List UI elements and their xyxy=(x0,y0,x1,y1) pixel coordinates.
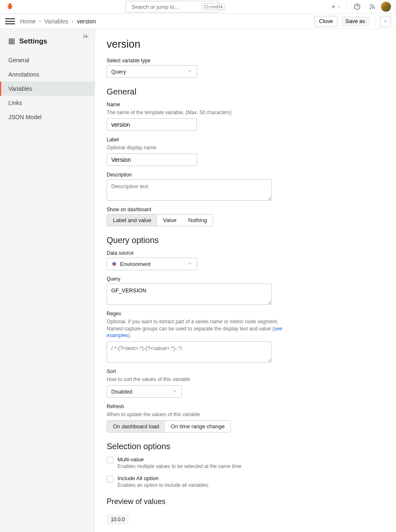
datasource-label: Data source xyxy=(107,250,384,256)
variable-type-select[interactable]: Query xyxy=(107,65,197,78)
refresh-label: Refresh xyxy=(107,404,384,409)
description-input[interactable] xyxy=(111,183,267,196)
refresh-on-load[interactable]: On dashboard load xyxy=(107,421,165,432)
settings-title: Settings xyxy=(0,33,95,53)
include-all-help: Enables an option to include all variabl… xyxy=(118,482,208,488)
query-label: Query xyxy=(107,276,384,282)
shortcut-hint: cmd+k xyxy=(202,3,225,10)
news-icon[interactable] xyxy=(366,0,378,13)
divider xyxy=(375,17,375,26)
datasource-icon xyxy=(112,261,117,266)
regex-label: Regex xyxy=(107,311,384,317)
selection-options-title: Selection options xyxy=(107,442,384,451)
include-all-checkbox[interactable] xyxy=(107,476,113,482)
query-textarea[interactable] xyxy=(107,284,272,305)
sort-select[interactable]: Disabled xyxy=(107,385,182,398)
grafana-logo[interactable] xyxy=(5,2,15,12)
refresh-on-time-range[interactable]: On time range change xyxy=(165,421,231,432)
general-section-title: General xyxy=(107,87,384,97)
settings-sidebar: Settings General Annotations Variables L… xyxy=(0,29,95,532)
name-input[interactable] xyxy=(111,121,192,128)
regex-help: Optional, if you want to extract part of… xyxy=(107,318,282,339)
sort-label: Sort xyxy=(107,368,384,374)
sidebar-item-annotations[interactable]: Annotations xyxy=(0,67,95,82)
show-on-dashboard-label: Show on dashboard xyxy=(107,207,384,212)
preview-value-chip: 10.0.0 xyxy=(107,514,129,524)
sidebar-item-variables[interactable]: Variables xyxy=(0,82,95,96)
page-title: version xyxy=(107,38,384,50)
sort-help: How to sort the values of this variable xyxy=(107,376,384,383)
global-search[interactable]: cmd+k xyxy=(125,1,220,13)
description-textarea[interactable] xyxy=(107,179,272,201)
svg-rect-13 xyxy=(12,42,14,44)
sidebar-item-links[interactable]: Links xyxy=(0,96,95,110)
label-input[interactable] xyxy=(111,156,192,163)
multi-value-checkbox[interactable] xyxy=(107,457,113,463)
name-label: Name xyxy=(107,102,384,107)
add-menu-button[interactable] xyxy=(330,0,342,13)
user-avatar[interactable] xyxy=(381,2,391,12)
collapse-sidebar-icon[interactable] xyxy=(81,31,91,41)
show-option-nothing[interactable]: Nothing xyxy=(182,215,213,226)
show-on-dashboard-radio: Label and value Value Nothing xyxy=(107,214,213,226)
search-input[interactable] xyxy=(132,4,202,10)
description-label: Description xyxy=(107,172,384,178)
chevron-down-icon xyxy=(172,389,177,395)
breadcrumb-item[interactable]: Variables xyxy=(44,18,68,25)
svg-rect-11 xyxy=(12,39,14,41)
show-option-value[interactable]: Value xyxy=(157,215,182,226)
regex-input[interactable] xyxy=(111,345,267,358)
help-icon[interactable] xyxy=(351,0,363,13)
refresh-help: When to update the values of this variab… xyxy=(107,411,384,418)
query-input[interactable] xyxy=(111,287,267,300)
expand-button[interactable] xyxy=(380,16,391,27)
multi-value-label: Multi-value xyxy=(118,456,241,463)
regex-textarea[interactable] xyxy=(107,341,272,363)
chevron-right-icon: › xyxy=(39,18,41,25)
apps-icon xyxy=(8,38,15,45)
divider xyxy=(346,2,347,11)
chevron-right-icon: › xyxy=(72,18,74,25)
label-label: Label xyxy=(107,137,384,143)
show-option-label-and-value[interactable]: Label and value xyxy=(107,215,157,226)
svg-point-7 xyxy=(370,8,370,9)
sidebar-item-general[interactable]: General xyxy=(0,53,95,67)
multi-value-help: Enables multiple values to be selected a… xyxy=(118,463,241,469)
menu-toggle-icon[interactable] xyxy=(5,16,15,26)
datasource-select[interactable]: Environment xyxy=(107,258,197,270)
chevron-down-icon xyxy=(187,69,192,75)
preview-title: Preview of values xyxy=(107,497,384,506)
close-button[interactable]: Close xyxy=(314,16,337,27)
sidebar-item-json-model[interactable]: JSON Model xyxy=(0,110,95,124)
breadcrumb-item: version xyxy=(77,18,96,25)
label-help: Optional display name xyxy=(107,144,384,151)
include-all-label: Include All option xyxy=(118,475,208,481)
chevron-down-icon xyxy=(187,261,192,267)
svg-rect-10 xyxy=(9,39,11,41)
svg-rect-12 xyxy=(9,42,11,44)
svg-rect-2 xyxy=(204,5,208,8)
breadcrumb: Home › Variables › version xyxy=(20,18,96,25)
save-as-button[interactable]: Save as xyxy=(341,16,370,27)
query-options-title: Query options xyxy=(107,235,384,245)
variable-type-label: Select variable type xyxy=(107,58,384,64)
refresh-radio: On dashboard load On time range change xyxy=(107,420,231,432)
name-help: The name of the template variable. (Max.… xyxy=(107,109,384,116)
breadcrumb-item[interactable]: Home xyxy=(20,18,36,25)
